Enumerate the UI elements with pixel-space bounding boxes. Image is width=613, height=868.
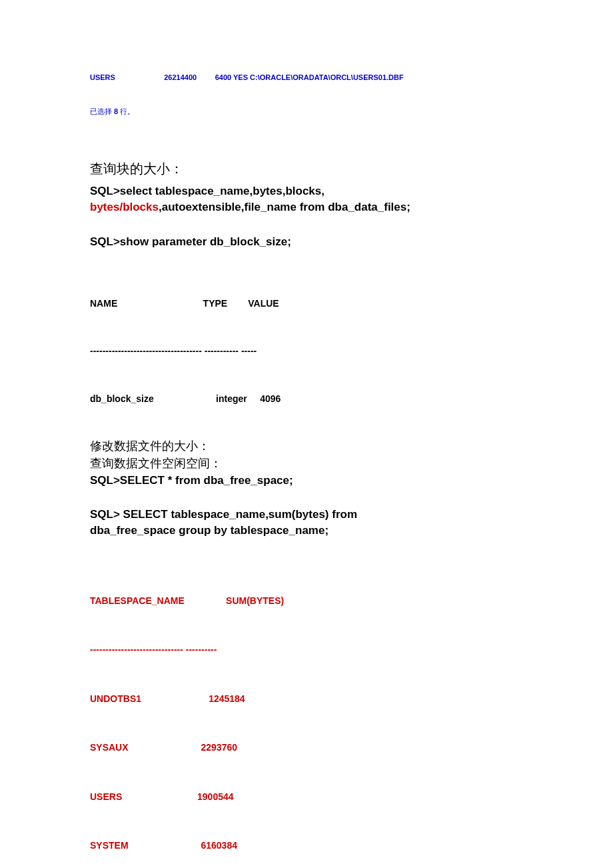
sql-statement-3: SQL>SELECT * from dba_free_space; xyxy=(90,473,523,489)
sql4-line2: dba_free_space group by tablespace_name; xyxy=(90,523,523,539)
param-row: db_block_size integer 4096 xyxy=(90,391,523,407)
selected-prefix: 已选择 xyxy=(90,107,114,115)
free-separator: ------------------------------ ---------… xyxy=(90,641,523,658)
param-header: NAME TYPE VALUE xyxy=(90,296,523,312)
sql1-prefix: SQL>select tablespace_name,bytes,blocks, xyxy=(90,185,324,197)
text-query-free: 查询数据文件空闲空间： xyxy=(90,455,523,472)
free-row: USERS 1900544 xyxy=(90,789,523,805)
sql1-suffix: ,autoextensible,file_name from dba_data_… xyxy=(159,201,410,213)
free-row: SYSAUX 2293760 xyxy=(90,739,523,756)
heading-block-size: 查询块的大小： xyxy=(90,160,523,178)
sql1-red: bytes/blocks xyxy=(90,201,159,213)
sql-statement-4: SQL> SELECT tablespace_name,sum(bytes) f… xyxy=(90,507,523,539)
parameter-table: NAME TYPE VALUE ------------------------… xyxy=(90,264,523,423)
modify-datafile-text: 修改数据文件的大小： 查询数据文件空闲空间： xyxy=(90,437,523,472)
sql4-line1: SQL> SELECT tablespace_name,sum(bytes) f… xyxy=(90,507,523,523)
free-row: UNDOTBS1 1245184 xyxy=(90,691,523,707)
sql-statement-2: SQL>show parameter db_block_size; xyxy=(90,234,523,250)
top-data-row: USERS 26214400 6400 YES C:\ORACLE\ORADAT… xyxy=(90,73,523,81)
free-header: TABLESPACE_NAME SUM(BYTES) xyxy=(90,593,523,609)
text-modify: 修改数据文件的大小： xyxy=(90,437,523,455)
free-row: SYSTEM 6160384 xyxy=(90,837,523,854)
param-separator: ------------------------------------ ---… xyxy=(90,343,523,359)
selected-suffix: 行。 xyxy=(118,107,135,115)
sql-statement-1: SQL>select tablespace_name,bytes,blocks,… xyxy=(90,183,523,215)
rows-selected-text: 已选择 8 行。 xyxy=(90,107,523,117)
free-space-table: TABLESPACE_NAME SUM(BYTES) -------------… xyxy=(90,560,523,868)
